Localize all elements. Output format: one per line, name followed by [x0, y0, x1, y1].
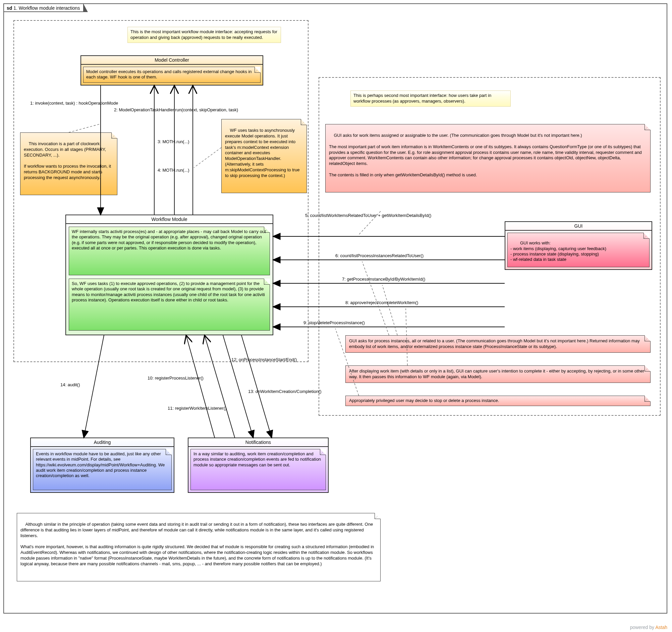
workflow-note-2-text: So, WF uses tasks (1) to execute approve…: [72, 281, 265, 302]
note-bottom-text: Although similar in the principle of ope…: [21, 522, 375, 566]
fold-icon: [255, 67, 261, 73]
gui-title: GUI: [505, 222, 651, 231]
participant-gui: GUI GUI works with: - work items (displa…: [505, 221, 652, 270]
sd-title: Workflow module interactions: [19, 5, 80, 11]
workflow-note-2: So, WF uses tasks (1) to execute approve…: [69, 278, 270, 331]
diagram-title-tab: sd 1. Workflow module interactions: [3, 3, 84, 12]
note-wf-tasks-text: WF uses tasks to asynchronously execute …: [225, 128, 301, 178]
auditing-note-text: Events in workflow module have to be aud…: [36, 451, 165, 478]
gui-note: GUI works with: - work items (displaying…: [507, 233, 650, 267]
fold-icon: [111, 132, 117, 139]
fold-icon: [166, 449, 172, 455]
fold-icon: [645, 396, 651, 402]
model-controller-title: Model Controller: [81, 56, 263, 65]
model-controller-note: Model controller executes its operations…: [83, 67, 261, 83]
msg-14: 14: audit(): [61, 382, 80, 387]
workflow-note-1: WF internally starts activiti process(es…: [69, 227, 270, 275]
fold-icon: [645, 335, 651, 341]
participant-model-controller: Model Controller Model controller execut…: [80, 55, 263, 86]
msg-4: 4: MOTH.run(...): [158, 168, 189, 173]
note-gui-stop: Appropriately privileged user may decide…: [345, 396, 651, 406]
sd-index: 1.: [14, 5, 18, 11]
auditing-note: Events in workflow module have to be aud…: [33, 449, 172, 490]
notifications-note: In a way similar to auditing, work item …: [190, 449, 326, 490]
note-gui-big-text: GUI asks for work items assigned or assi…: [329, 133, 643, 177]
note-wf-tasks: WF uses tasks to asynchronously execute …: [221, 119, 307, 193]
note-invoke-text: This invocation is a part of clockwork e…: [24, 141, 112, 180]
note-bottom: Although similar in the principle of ope…: [17, 513, 381, 581]
fold-icon: [264, 227, 270, 233]
msg-13: 13: onWorkItemCreation/Completion(): [248, 389, 321, 394]
fold-icon: [644, 233, 650, 239]
note-gui-procinst: GUI asks for process instances, all or r…: [345, 335, 651, 353]
msg-5: 5: count/listWorkItemsRelatedToUser + ge…: [305, 213, 431, 218]
fold-icon: [645, 365, 651, 371]
note-gui-complete: After displaying work item (with details…: [345, 365, 651, 383]
workflow-note-1-text: WF internally starts activiti process(es…: [72, 229, 266, 250]
note-invoke: This invocation is a part of clockwork e…: [20, 132, 117, 195]
participant-notifications: Notifications In a way similar to auditi…: [188, 438, 329, 493]
msg-3: 3: MOTH.run(...): [158, 139, 189, 144]
msg-9: 9: stop/deleteProcessInstance(): [304, 320, 365, 325]
footer: powered by Astah: [630, 625, 667, 630]
model-controller-note-text: Model controller executes its operations…: [86, 69, 252, 79]
msg-1: 1: invoke(context, task) : hookOperation…: [30, 101, 118, 105]
notifications-title: Notifications: [189, 438, 328, 447]
auditing-title: Auditing: [31, 438, 174, 447]
footer-prefix: powered by: [630, 625, 655, 630]
msg-6: 6: count/listProcessInstancesRelatedToUs…: [335, 253, 424, 258]
footer-brand: Astah: [655, 625, 667, 630]
msg-7: 7: getProcessInstanceById/ByWorkItemId(): [342, 276, 425, 282]
diagram-canvas: sd 1. Workflow module interactions This …: [0, 0, 672, 632]
notifications-note-text: In a way similar to auditing, work item …: [193, 451, 321, 467]
note-gui-complete-text: After displaying work item (with details…: [349, 368, 644, 379]
sticky-left: This is the most important workflow modu…: [127, 27, 281, 43]
msg-2: 2: ModelOperationTaskHandler.run(context…: [114, 107, 238, 112]
sd-prefix: sd: [7, 5, 12, 11]
participant-workflow-module: Workflow Module WF internally starts act…: [65, 215, 273, 335]
fold-icon: [264, 278, 270, 285]
participant-auditing: Auditing Events in workflow module have …: [30, 438, 174, 493]
sticky-right: This is perhaps second most important in…: [351, 91, 511, 106]
note-gui-procinst-text: GUI asks for process instances, all or r…: [349, 338, 640, 349]
fold-icon: [645, 124, 651, 130]
note-gui-big: GUI asks for work items assigned or assi…: [325, 124, 651, 192]
fold-icon: [375, 513, 381, 519]
note-gui-stop-text: Appropriately privileged user may decide…: [349, 398, 499, 403]
msg-10: 10: registerProcessListener(): [147, 375, 203, 381]
workflow-module-title: Workflow Module: [66, 215, 273, 224]
fold-icon: [320, 449, 326, 455]
msg-12: 12: onProcessInstanceStart/End(): [231, 357, 297, 362]
fold-icon: [301, 119, 307, 125]
msg-8: 8: approve/reject/completeWorkItem(): [345, 300, 418, 305]
gui-note-text: GUI works with: - work items (displaying…: [510, 240, 606, 262]
msg-11: 11: registerWorkItemListener(): [168, 406, 226, 411]
